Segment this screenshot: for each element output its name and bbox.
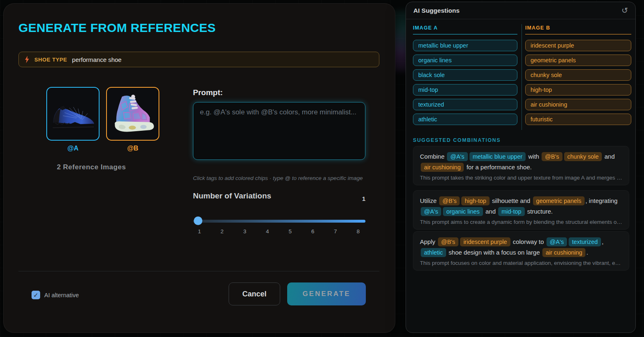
tag-futuristic[interactable]: futuristic (525, 114, 631, 125)
ai-alternative-label: AI alternative (44, 292, 79, 298)
reference-b-label: @B (106, 145, 159, 152)
suggestions-title: AI Suggestions (413, 7, 460, 14)
variations-slider[interactable] (193, 216, 365, 226)
cancel-button[interactable]: Cancel (229, 282, 280, 305)
chip-image-b[interactable]: air cushioning (421, 163, 464, 172)
suggestion-text-fragment: for a performance shoe. (465, 164, 531, 171)
image-b-column-header: IMAGE B (525, 25, 631, 34)
chip-image-b[interactable]: iridescent purple (460, 237, 510, 246)
variations-value: 1 (193, 195, 365, 202)
lightning-icon (25, 56, 29, 63)
column-divider (522, 24, 522, 130)
screen: GENERATE FROM REFERENCES SHOE TYPE perfo… (0, 0, 644, 337)
chip-image-b[interactable]: geometric panels (533, 196, 585, 205)
checkmark-icon: ✓ (33, 292, 39, 298)
shoe-a-illustration (47, 88, 99, 140)
tick-2: 2 (220, 228, 224, 235)
suggested-combinations-header: SUGGESTED COMBINATIONS (413, 137, 501, 143)
suggestion-description: This prompt focuses on color and materia… (420, 260, 622, 266)
chip-image-b[interactable]: air cushioning (542, 248, 585, 257)
slider-thumb[interactable] (194, 216, 202, 225)
shoe-type-value: performance shoe (72, 56, 122, 63)
tick-6: 6 (311, 228, 315, 235)
prompt-label: Prompt: (193, 88, 223, 97)
tag-black-sole[interactable]: black sole (413, 69, 517, 81)
chip-image-b[interactable]: chunky sole (564, 152, 602, 161)
suggestion-description: This prompt takes the striking color and… (420, 175, 622, 181)
page-title: GENERATE FROM REFERENCES (18, 21, 216, 35)
suggestion-text-fragment: Utilize (420, 197, 438, 204)
refresh-icon[interactable]: ↺ (621, 7, 628, 14)
shoe-type-label: SHOE TYPE (34, 57, 67, 63)
suggestions-header: AI Suggestions ↺ (406, 2, 635, 19)
suggestion-text-fragment: and (603, 153, 615, 160)
suggestion-description: This prompt aims to create a dynamic for… (420, 219, 622, 225)
chip-image-a[interactable]: organic lines (443, 207, 483, 216)
suggestion-card[interactable]: Apply @B'siridescent purple colorway to … (413, 231, 629, 271)
suggestion-text: Utilize @B'shigh-top silhouette and geom… (420, 196, 622, 217)
tick-5: 5 (288, 228, 292, 235)
tick-4: 4 (266, 228, 269, 235)
image-b-tag-list: iridescent purple geometric panels chunk… (525, 40, 631, 125)
tag-high-top[interactable]: high-top (525, 84, 631, 96)
chip-image-a[interactable]: texturized (569, 237, 601, 246)
image-a-tag-list: metallic blue upper organic lines black … (413, 40, 517, 125)
tag-geometric-panels[interactable]: geometric panels (525, 55, 631, 66)
suggestion-text-fragment: with (526, 153, 541, 160)
tag-texturized[interactable]: texturized (413, 99, 517, 110)
slider-track[interactable] (193, 220, 365, 223)
tick-1: 1 (198, 228, 201, 235)
chip-image-a[interactable]: athletic (421, 248, 446, 257)
chip-image-a[interactable]: metallic blue upper (469, 152, 526, 161)
tag-mid-top[interactable]: mid-top (413, 84, 517, 96)
suggestion-text-fragment: colorway to (511, 238, 546, 245)
ai-suggestions-panel: AI Suggestions ↺ IMAGE A IMAGE B metalli… (406, 2, 636, 333)
suggestion-text-fragment: . (586, 249, 588, 256)
shoe-type-field[interactable]: SHOE TYPE performance shoe (18, 52, 379, 67)
tag-athletic[interactable]: athletic (413, 114, 517, 125)
tag-organic-lines[interactable]: organic lines (413, 55, 517, 66)
chip-image-b[interactable]: @B's (542, 152, 562, 161)
chip-image-a[interactable]: @A's (546, 237, 567, 246)
footer-divider (18, 271, 379, 271)
suggestion-text-fragment: structure. (526, 208, 553, 215)
suggestion-text: Combine @A'smetallic blue upper with @B'… (420, 151, 622, 173)
suggestion-text-fragment: Combine (420, 153, 446, 160)
slider-tick-labels: 1 2 3 4 5 6 7 8 (193, 228, 365, 235)
image-a-column-header: IMAGE A (413, 25, 517, 34)
ai-alternative-row: ✓ AI alternative (32, 291, 79, 299)
tag-chunky-sole[interactable]: chunky sole (525, 69, 631, 81)
suggestion-text-fragment: , integrating (585, 197, 617, 204)
tick-7: 7 (334, 228, 337, 235)
tag-air-cushioning[interactable]: air cushioning (525, 99, 631, 110)
shoe-b-illustration (107, 88, 159, 140)
tick-8: 8 (356, 228, 360, 235)
suggestion-card[interactable]: Combine @A'smetallic blue upper with @B'… (413, 146, 629, 185)
reference-image-a[interactable] (46, 87, 100, 141)
reference-a-label: @A (46, 145, 100, 152)
tag-iridescent-purple[interactable]: iridescent purple (525, 40, 631, 51)
prompt-input[interactable] (193, 102, 365, 160)
suggestion-text-fragment: , (602, 238, 603, 245)
prompt-hint: Click tags to add colored chips · type @… (193, 175, 363, 181)
suggestion-text: Apply @B'siridescent purple colorway to … (420, 237, 622, 258)
suggestion-text-fragment: shoe design with a focus on large (447, 249, 542, 256)
tag-metallic-blue-upper[interactable]: metallic blue upper (413, 40, 517, 51)
suggestion-text-fragment: and (484, 208, 497, 215)
ai-alternative-checkbox[interactable]: ✓ (32, 291, 40, 299)
chip-image-a[interactable]: @A's (447, 152, 467, 161)
suggestion-card[interactable]: Utilize @B'shigh-top silhouette and geom… (413, 190, 629, 230)
chip-image-a[interactable]: mid-top (498, 207, 524, 216)
chip-image-b[interactable]: @B's (438, 237, 458, 246)
reference-count: 2 Reference Images (30, 163, 153, 171)
reference-image-b[interactable] (106, 87, 159, 141)
suggestion-text-fragment: silhouette and (490, 197, 532, 204)
generate-modal: GENERATE FROM REFERENCES SHOE TYPE perfo… (3, 3, 395, 333)
chip-image-b[interactable]: high-top (461, 196, 489, 205)
chip-image-b[interactable]: @B's (439, 196, 460, 205)
generate-button[interactable]: GENERATE (287, 282, 366, 305)
chip-image-a[interactable]: @A's (421, 207, 441, 216)
suggestion-text-fragment: Apply (420, 238, 437, 245)
tick-3: 3 (243, 228, 247, 235)
